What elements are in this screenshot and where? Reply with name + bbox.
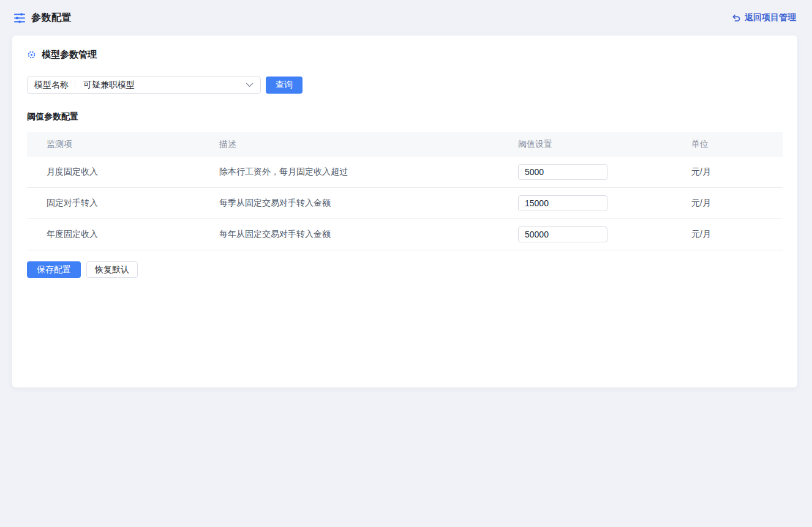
table-header-row: 监测项 描述 阈值设置 单位	[27, 132, 783, 157]
threshold-section-title: 阈值参数配置	[27, 111, 783, 122]
page-header: 参数配置 返回项目管理	[0, 0, 812, 36]
actions-row: 保存配置 恢复默认	[27, 261, 783, 278]
row-description: 每季从固定交易对手转入金额	[219, 198, 518, 209]
row-description: 每年从固定交易对手转入金额	[219, 229, 518, 240]
threshold-input[interactable]	[518, 164, 607, 180]
chevron-down-icon	[246, 83, 254, 88]
search-button[interactable]: 查询	[266, 77, 303, 94]
threshold-table: 监测项 描述 阈值设置 单位 月度固定收入 除本行工资外，每月固定收入超过 元/…	[27, 132, 783, 250]
row-unit: 元/月	[691, 229, 783, 240]
row-item-label: 年度固定收入	[27, 229, 219, 240]
section-title: 模型参数管理	[42, 49, 97, 61]
table-row: 年度固定收入 每年从固定交易对手转入金额 元/月	[27, 219, 783, 250]
row-item-label: 固定对手转入	[27, 198, 219, 209]
model-name-select[interactable]: 模型名称 可疑兼职模型	[27, 77, 261, 94]
row-description: 除本行工资外，每月固定收入超过	[219, 166, 518, 178]
row-item-label: 月度固定收入	[27, 166, 219, 178]
gear-icon	[27, 50, 36, 59]
column-header-unit: 单位	[691, 139, 783, 150]
back-arrow-icon	[732, 13, 741, 22]
column-header-desc: 描述	[219, 139, 518, 150]
table-row: 固定对手转入 每季从固定交易对手转入金额 元/月	[27, 188, 783, 219]
save-config-button[interactable]: 保存配置	[27, 261, 81, 278]
page-title: 参数配置	[31, 12, 72, 24]
threshold-input[interactable]	[518, 226, 607, 242]
row-unit: 元/月	[691, 166, 783, 178]
column-header-threshold: 阈值设置	[518, 139, 691, 150]
threshold-input[interactable]	[518, 195, 607, 211]
back-to-project-link[interactable]: 返回项目管理	[732, 12, 796, 23]
page-header-left: 参数配置	[13, 12, 72, 24]
query-row: 模型名称 可疑兼职模型 查询	[27, 77, 783, 94]
model-parameter-card: 模型参数管理 模型名称 可疑兼职模型 查询 阈值参数配置 监测项 描述 阈值设置…	[12, 36, 797, 387]
section-head: 模型参数管理	[27, 49, 783, 61]
row-unit: 元/月	[691, 198, 783, 209]
model-name-label: 模型名称	[28, 80, 75, 91]
back-link-label: 返回项目管理	[745, 12, 796, 23]
model-name-selected-value: 可疑兼职模型	[75, 80, 246, 91]
restore-default-button[interactable]: 恢复默认	[86, 261, 138, 278]
table-row: 月度固定收入 除本行工资外，每月固定收入超过 元/月	[27, 157, 783, 188]
column-header-item: 监测项	[27, 139, 219, 150]
sliders-icon	[13, 12, 26, 24]
